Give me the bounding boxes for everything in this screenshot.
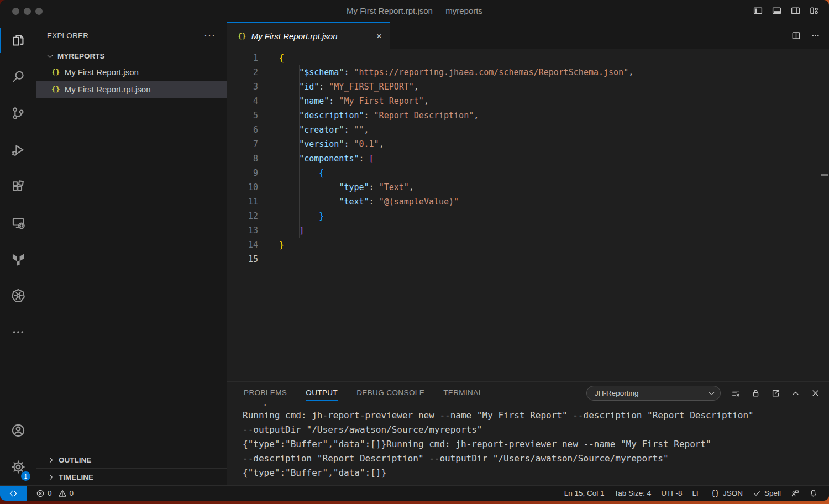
more-actions-icon[interactable]	[811, 31, 820, 40]
output-line: --description "Report Description" --out…	[243, 452, 829, 466]
toggle-panel-icon[interactable]	[772, 6, 781, 15]
eol-indicator[interactable]: LF	[688, 489, 706, 497]
code-line[interactable]: 15	[227, 252, 829, 266]
toggle-primary-sidebar-icon[interactable]	[753, 6, 763, 15]
code-editor[interactable]: 1{2 "$schema": "https://reporting.jhaea.…	[227, 49, 829, 381]
source-control-icon	[11, 106, 25, 120]
activity-remote-explorer[interactable]	[0, 204, 36, 241]
problems-status[interactable]: 0 0	[36, 489, 74, 498]
code-line[interactable]: 9 {	[227, 166, 829, 180]
activity-terraform[interactable]	[0, 241, 36, 277]
explorer-more-actions-icon[interactable]: ···	[204, 33, 216, 38]
code-text	[258, 252, 279, 266]
timeline-section[interactable]: TIMELINE	[36, 468, 227, 485]
code-line[interactable]: 2 "$schema": "https://reporting.jhaea.co…	[227, 65, 829, 80]
search-icon	[11, 70, 25, 84]
code-text: {	[258, 166, 324, 180]
code-text: {	[258, 51, 284, 65]
code-line[interactable]: 13 ]	[227, 223, 829, 238]
activity-explorer[interactable]	[0, 22, 36, 59]
split-editor-icon[interactable]	[791, 31, 801, 40]
activity-extensions[interactable]	[0, 168, 36, 204]
output-console[interactable]: All previewer tools installed.Running cm…	[227, 404, 829, 485]
more-icon	[11, 325, 25, 339]
workbench: 1 EXPLORER ··· MYREPORTS {}My First Repo…	[0, 22, 829, 485]
bottom-panel: PROBLEMSOUTPUTDEBUG CONSOLETERMINAL JH-R…	[227, 381, 829, 485]
chevron-right-icon	[48, 457, 53, 463]
bell-icon	[809, 489, 817, 497]
activity-bar: 1	[0, 22, 36, 485]
lock-scroll-icon[interactable]	[751, 389, 760, 398]
code-line[interactable]: 3 "id": "MY_FIRST_REPORT",	[227, 80, 829, 94]
warning-count: 0	[70, 489, 74, 497]
folder-section-myreports[interactable]: MYREPORTS	[36, 49, 227, 64]
output-line: --outputDir "/Users/awatson/Source/myrep…	[243, 423, 829, 437]
sidebar-title: EXPLORER	[47, 32, 88, 40]
file-name: My First Report.json	[65, 67, 139, 77]
code-line[interactable]: 5 "description": "Report Description",	[227, 108, 829, 123]
close-panel-icon[interactable]	[811, 389, 820, 398]
tab-label: My First Report.rpt.json	[251, 32, 371, 41]
chevron-right-icon	[48, 474, 53, 480]
line-number: 6	[227, 123, 258, 137]
file-row[interactable]: {}My First Report.rpt.json	[36, 81, 227, 98]
activity-more[interactable]	[0, 314, 36, 350]
line-number: 10	[227, 180, 258, 195]
language-mode[interactable]: {} JSON	[706, 489, 748, 497]
code-line[interactable]: 10 "type": "Text",	[227, 180, 829, 195]
code-text: "$schema": "https://reporting.jhaea.com/…	[258, 65, 633, 80]
output-channel-value: JH-Reporting	[595, 389, 639, 397]
activity-search[interactable]	[0, 59, 36, 95]
run-and-debug-icon	[11, 143, 25, 157]
settings-badge: 1	[21, 471, 30, 481]
spell-checker-status[interactable]: Spell	[748, 489, 786, 497]
panel-tab-problems[interactable]: PROBLEMS	[244, 382, 287, 404]
activity-source-control[interactable]	[0, 95, 36, 132]
panel-tab-output[interactable]: OUTPUT	[306, 382, 338, 404]
code-line[interactable]: 12 }	[227, 209, 829, 223]
output-channel-select[interactable]: JH-Reporting	[586, 386, 721, 401]
scrollbar-thumb[interactable]	[821, 174, 828, 176]
maximize-panel-icon[interactable]	[791, 389, 800, 398]
clear-output-icon[interactable]	[731, 389, 741, 398]
code-text: }	[258, 238, 284, 252]
remote-explorer-icon	[11, 216, 25, 230]
activity-account[interactable]	[0, 412, 36, 449]
file-row[interactable]: {}My First Report.json	[36, 64, 227, 81]
activity-kubernetes[interactable]	[0, 277, 36, 314]
line-number: 8	[227, 151, 258, 166]
remote-indicator[interactable]	[0, 486, 27, 501]
activity-settings[interactable]: 1	[0, 449, 36, 485]
code-line[interactable]: 11 "text": "@(sampleValue)"	[227, 195, 829, 209]
code-text: "creator": "",	[258, 123, 369, 137]
toggle-secondary-sidebar-icon[interactable]	[791, 6, 800, 15]
code-line[interactable]: 6 "creator": "",	[227, 123, 829, 137]
title-bar: My First Report.rpt.json — myreports	[0, 0, 829, 22]
notifications-button[interactable]	[804, 489, 822, 497]
remote-icon	[9, 489, 18, 498]
status-bar: 0 0 Ln 15, Col 1 Tab Size: 4 UTF-8 LF {}…	[0, 485, 829, 501]
feedback-button[interactable]	[786, 489, 804, 497]
check-icon	[753, 489, 761, 497]
code-line[interactable]: 7 "version": "0.1",	[227, 137, 829, 151]
panel-tab-debug-console[interactable]: DEBUG CONSOLE	[356, 382, 424, 404]
code-line[interactable]: 8 "components": [	[227, 151, 829, 166]
tab-my-first-report-rpt-json[interactable]: {} My First Report.rpt.json ×	[227, 22, 390, 49]
sidebar-empty-space	[36, 98, 227, 451]
file-list: {}My First Report.json{}My First Report.…	[36, 64, 227, 98]
code-line[interactable]: 1{	[227, 51, 829, 65]
line-number: 11	[227, 195, 258, 209]
cursor-position[interactable]: Ln 15, Col 1	[559, 489, 610, 497]
code-line[interactable]: 4 "name": "My First Report",	[227, 94, 829, 108]
customize-layout-icon[interactable]	[810, 6, 819, 15]
open-output-in-editor-icon[interactable]	[771, 389, 780, 398]
encoding-indicator[interactable]: UTF-8	[656, 489, 687, 497]
indent-guide	[299, 65, 300, 238]
close-tab-icon[interactable]: ×	[376, 32, 382, 41]
tab-size-indicator[interactable]: Tab Size: 4	[609, 489, 656, 497]
panel-tab-terminal[interactable]: TERMINAL	[443, 382, 482, 404]
code-line[interactable]: 14}	[227, 238, 829, 252]
output-line: {"type":"Buffer","data":[]}	[243, 466, 829, 480]
outline-section[interactable]: OUTLINE	[36, 451, 227, 468]
activity-run-debug[interactable]	[0, 132, 36, 168]
